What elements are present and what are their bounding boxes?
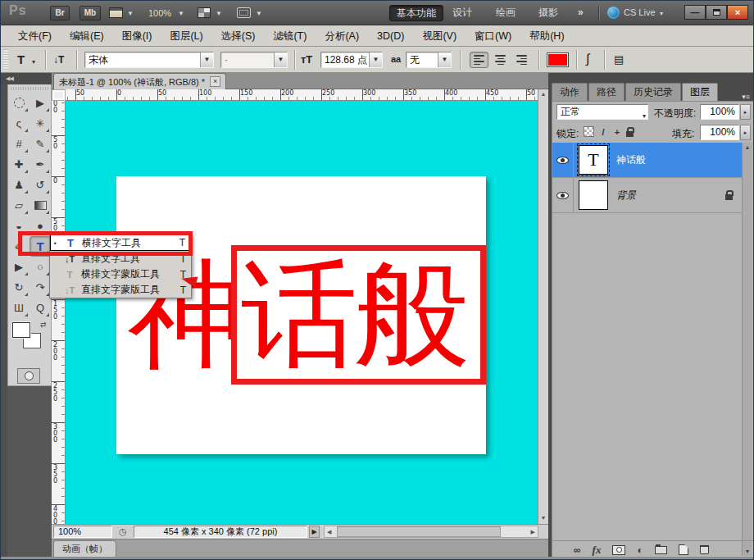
cs-live-icon[interactable] [607, 7, 620, 19]
layer-row-text[interactable]: T 神话般 [552, 143, 743, 178]
workspace-design-button[interactable]: 设计 [446, 5, 479, 21]
gradient-tool-icon[interactable] [30, 195, 51, 216]
tools-grip[interactable] [11, 87, 48, 90]
menu-file[interactable]: 文件(F) [9, 25, 61, 47]
type-tool-preset-icon[interactable]: T [17, 52, 25, 66]
animation-tab[interactable]: 动画（帧） [53, 540, 116, 557]
lock-move-icon[interactable]: + [612, 127, 622, 137]
menu-item-horizontal-type[interactable]: ▪ T 横排文字工具 T [50, 234, 191, 251]
menu-view[interactable]: 视图(V) [413, 25, 466, 47]
tools-collapse-header[interactable]: ◀◀ [1, 73, 52, 84]
ruler-corner[interactable] [52, 89, 66, 101]
guides-icon[interactable] [109, 7, 123, 18]
quick-mask-button[interactable] [17, 368, 40, 384]
hand-tool-icon[interactable]: Ш [8, 298, 30, 318]
blend-mode-select[interactable]: 正常 ▾ [556, 104, 648, 120]
eraser-tool-icon[interactable]: ▱ [8, 195, 30, 216]
status-doc-size[interactable]: 454 像素 x 340 像素 (72 ppi) [134, 526, 307, 538]
delete-layer-icon[interactable] [700, 545, 709, 554]
3d-orbit-tool-icon[interactable]: ↷ [30, 277, 51, 298]
menu-help[interactable]: 帮助(H) [520, 25, 573, 47]
scroll-right-icon[interactable]: ▶ [531, 529, 535, 535]
status-zoom-field[interactable]: 100% [53, 526, 112, 538]
history-brush-tool-icon[interactable]: ↺ [30, 175, 51, 195]
restore-button[interactable] [706, 5, 727, 20]
layer-name[interactable]: 背景 [616, 189, 636, 203]
crop-tool-icon[interactable]: # [8, 134, 30, 154]
menu-3d[interactable]: 3D(D) [368, 25, 413, 47]
scroll-up-icon[interactable]: ▲ [538, 91, 548, 97]
text-orientation-icon[interactable]: ↓T [53, 54, 64, 66]
text-color-swatch[interactable] [547, 52, 569, 67]
link-layers-icon[interactable]: ∞ [574, 544, 581, 556]
align-center-button[interactable] [491, 52, 510, 68]
opacity-field[interactable]: 100% [700, 104, 739, 120]
tab-history[interactable]: 历史记录 [625, 83, 681, 101]
tab-layers[interactable]: 图层 [682, 83, 718, 101]
status-options-icon[interactable]: ▶ [309, 526, 320, 538]
workspace-painting-button[interactable]: 绘画 [489, 5, 522, 21]
opacity-spinner-icon[interactable]: ▸ [740, 104, 751, 120]
align-right-button[interactable] [512, 52, 531, 68]
fill-field[interactable]: 100% [700, 125, 739, 140]
eye-icon[interactable] [556, 157, 569, 164]
workspace-essentials-button[interactable]: 基本功能 [389, 5, 443, 21]
canvas-viewport[interactable]: 神话般 [66, 101, 538, 524]
vertical-scrollbar[interactable]: ▲ ▼ [538, 89, 548, 524]
lock-transparency-icon[interactable] [584, 126, 594, 137]
dodge-tool-icon[interactable]: ● [30, 216, 51, 236]
type-tool-icon[interactable]: T [30, 236, 51, 257]
menu-item-vertical-type-mask[interactable]: ↓T 直排文字蒙版工具 T [50, 282, 191, 298]
warp-text-icon[interactable]: ∫ [586, 52, 589, 66]
close-button[interactable]: × [727, 5, 748, 20]
minimize-button[interactable]: — [684, 5, 706, 20]
lock-all-icon[interactable] [626, 131, 634, 137]
menu-layer[interactable]: 图层(L) [161, 25, 211, 47]
pen-tool-icon[interactable]: ✐ [8, 236, 30, 257]
fill-spinner-icon[interactable]: ▸ [740, 125, 751, 140]
move-tool-icon[interactable]: ▶ [30, 93, 51, 113]
align-left-button[interactable] [470, 52, 488, 68]
menu-edit[interactable]: 编辑(E) [61, 25, 113, 47]
elliptical-marquee-tool-icon[interactable] [8, 93, 30, 113]
anti-alias-select[interactable]: 无 ▼ [406, 52, 452, 68]
3d-rotate-tool-icon[interactable]: ↻ [8, 277, 30, 298]
path-selection-tool-icon[interactable]: ▶ [8, 257, 30, 277]
zoom-tool-icon[interactable]: Q [30, 298, 51, 318]
adjustment-layer-icon[interactable]: ◐ [637, 544, 643, 556]
cs-live-label[interactable]: CS Live [624, 7, 656, 17]
blur-tool-icon[interactable]: ◒ [8, 216, 30, 236]
lasso-tool-icon[interactable]: ς [8, 113, 30, 134]
screen-mode-caret-icon[interactable]: ▼ [256, 10, 262, 17]
arrange-documents-icon[interactable] [198, 7, 211, 18]
tool-preset-caret-icon[interactable]: ▾ [32, 58, 35, 66]
guides-caret-icon[interactable]: ▼ [127, 10, 134, 17]
toggle-panels-icon[interactable]: ▤ [614, 53, 624, 66]
menu-item-horizontal-type-mask[interactable]: T 横排文字蒙版工具 T [50, 266, 191, 282]
panel-menu-icon[interactable]: ▾≡ [742, 89, 754, 101]
lock-paint-icon[interactable]: / [598, 127, 608, 137]
scroll-up-icon[interactable]: ▲ [743, 144, 752, 150]
menu-item-vertical-type[interactable]: ↓T 直排文字工具 T [50, 251, 191, 266]
bridge-button[interactable]: Br [50, 6, 70, 20]
swap-colors-icon[interactable]: ⇄ [40, 321, 47, 329]
menu-analysis[interactable]: 分析(A) [316, 25, 368, 47]
layers-scrollbar[interactable]: ▲ ▼ [742, 143, 752, 556]
font-style-select[interactable]: - ▼ [220, 52, 288, 68]
cs-live-caret-icon[interactable]: ▾ [660, 10, 663, 17]
menu-window[interactable]: 窗口(W) [466, 25, 520, 47]
layer-thumbnail[interactable]: T [579, 145, 608, 175]
menu-filter[interactable]: 滤镜(T) [264, 25, 316, 47]
document-tab[interactable]: 未标题-1 @ 100% (神话般, RGB/8) * × [53, 73, 226, 89]
layer-thumbnail[interactable] [579, 180, 608, 210]
scroll-left-icon[interactable]: ◀ [327, 529, 331, 535]
layer-style-icon[interactable]: fx [593, 544, 602, 557]
menu-image[interactable]: 图像(I) [113, 25, 161, 47]
anti-alias-caret-icon[interactable]: ▼ [438, 52, 451, 67]
foreground-color-swatch[interactable] [12, 322, 30, 338]
visibility-cell[interactable] [552, 178, 574, 213]
arrange-caret-icon[interactable]: ▼ [216, 10, 222, 17]
font-size-select[interactable]: 128.68 点 ▼ [320, 52, 383, 68]
horizontal-scroll-thumb[interactable] [337, 526, 501, 537]
layer-name[interactable]: 神话般 [616, 153, 646, 167]
